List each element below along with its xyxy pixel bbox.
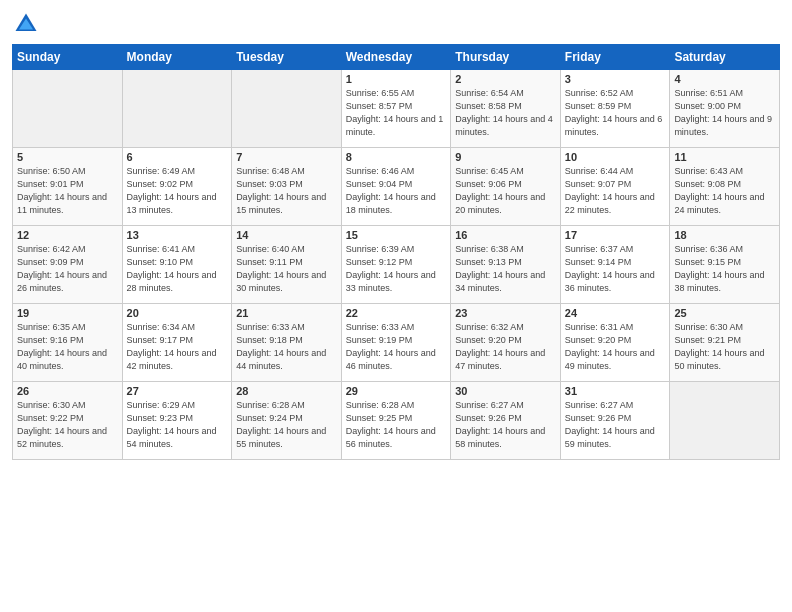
header [12,10,780,38]
day-number: 18 [674,229,775,241]
day-cell: 17Sunrise: 6:37 AMSunset: 9:14 PMDayligh… [560,226,670,304]
day-info: Sunrise: 6:48 AMSunset: 9:03 PMDaylight:… [236,165,337,217]
day-number: 7 [236,151,337,163]
day-cell: 2Sunrise: 6:54 AMSunset: 8:58 PMDaylight… [451,70,561,148]
day-number: 19 [17,307,118,319]
page: SundayMondayTuesdayWednesdayThursdayFrid… [0,0,792,612]
day-cell: 16Sunrise: 6:38 AMSunset: 9:13 PMDayligh… [451,226,561,304]
calendar-table: SundayMondayTuesdayWednesdayThursdayFrid… [12,44,780,460]
day-info: Sunrise: 6:45 AMSunset: 9:06 PMDaylight:… [455,165,556,217]
day-info: Sunrise: 6:43 AMSunset: 9:08 PMDaylight:… [674,165,775,217]
week-row-1: 5Sunrise: 6:50 AMSunset: 9:01 PMDaylight… [13,148,780,226]
logo [12,10,44,38]
day-cell [232,70,342,148]
day-number: 29 [346,385,447,397]
day-info: Sunrise: 6:55 AMSunset: 8:57 PMDaylight:… [346,87,447,139]
day-cell [122,70,232,148]
day-info: Sunrise: 6:27 AMSunset: 9:26 PMDaylight:… [455,399,556,451]
day-number: 12 [17,229,118,241]
day-info: Sunrise: 6:30 AMSunset: 9:21 PMDaylight:… [674,321,775,373]
day-info: Sunrise: 6:49 AMSunset: 9:02 PMDaylight:… [127,165,228,217]
day-cell: 22Sunrise: 6:33 AMSunset: 9:19 PMDayligh… [341,304,451,382]
day-cell: 27Sunrise: 6:29 AMSunset: 9:23 PMDayligh… [122,382,232,460]
day-info: Sunrise: 6:50 AMSunset: 9:01 PMDaylight:… [17,165,118,217]
day-number: 26 [17,385,118,397]
day-cell: 28Sunrise: 6:28 AMSunset: 9:24 PMDayligh… [232,382,342,460]
day-cell: 12Sunrise: 6:42 AMSunset: 9:09 PMDayligh… [13,226,123,304]
day-info: Sunrise: 6:29 AMSunset: 9:23 PMDaylight:… [127,399,228,451]
day-number: 14 [236,229,337,241]
day-cell [670,382,780,460]
day-number: 31 [565,385,666,397]
day-number: 6 [127,151,228,163]
day-cell: 1Sunrise: 6:55 AMSunset: 8:57 PMDaylight… [341,70,451,148]
day-cell: 7Sunrise: 6:48 AMSunset: 9:03 PMDaylight… [232,148,342,226]
week-row-4: 26Sunrise: 6:30 AMSunset: 9:22 PMDayligh… [13,382,780,460]
day-info: Sunrise: 6:51 AMSunset: 9:00 PMDaylight:… [674,87,775,139]
day-number: 15 [346,229,447,241]
header-cell-thursday: Thursday [451,45,561,70]
day-number: 28 [236,385,337,397]
day-cell: 13Sunrise: 6:41 AMSunset: 9:10 PMDayligh… [122,226,232,304]
day-number: 24 [565,307,666,319]
day-cell: 11Sunrise: 6:43 AMSunset: 9:08 PMDayligh… [670,148,780,226]
day-cell: 31Sunrise: 6:27 AMSunset: 9:26 PMDayligh… [560,382,670,460]
day-cell: 4Sunrise: 6:51 AMSunset: 9:00 PMDaylight… [670,70,780,148]
day-info: Sunrise: 6:44 AMSunset: 9:07 PMDaylight:… [565,165,666,217]
week-row-3: 19Sunrise: 6:35 AMSunset: 9:16 PMDayligh… [13,304,780,382]
day-number: 30 [455,385,556,397]
day-info: Sunrise: 6:37 AMSunset: 9:14 PMDaylight:… [565,243,666,295]
day-cell: 25Sunrise: 6:30 AMSunset: 9:21 PMDayligh… [670,304,780,382]
week-row-2: 12Sunrise: 6:42 AMSunset: 9:09 PMDayligh… [13,226,780,304]
day-number: 25 [674,307,775,319]
day-number: 20 [127,307,228,319]
header-cell-wednesday: Wednesday [341,45,451,70]
logo-icon [12,10,40,38]
day-cell: 9Sunrise: 6:45 AMSunset: 9:06 PMDaylight… [451,148,561,226]
day-number: 23 [455,307,556,319]
day-number: 13 [127,229,228,241]
header-cell-saturday: Saturday [670,45,780,70]
day-cell: 18Sunrise: 6:36 AMSunset: 9:15 PMDayligh… [670,226,780,304]
day-number: 8 [346,151,447,163]
day-info: Sunrise: 6:27 AMSunset: 9:26 PMDaylight:… [565,399,666,451]
day-info: Sunrise: 6:33 AMSunset: 9:19 PMDaylight:… [346,321,447,373]
day-number: 1 [346,73,447,85]
day-info: Sunrise: 6:31 AMSunset: 9:20 PMDaylight:… [565,321,666,373]
day-number: 11 [674,151,775,163]
day-cell: 29Sunrise: 6:28 AMSunset: 9:25 PMDayligh… [341,382,451,460]
day-info: Sunrise: 6:41 AMSunset: 9:10 PMDaylight:… [127,243,228,295]
header-cell-sunday: Sunday [13,45,123,70]
day-number: 27 [127,385,228,397]
day-cell: 8Sunrise: 6:46 AMSunset: 9:04 PMDaylight… [341,148,451,226]
day-number: 9 [455,151,556,163]
day-info: Sunrise: 6:35 AMSunset: 9:16 PMDaylight:… [17,321,118,373]
header-row: SundayMondayTuesdayWednesdayThursdayFrid… [13,45,780,70]
day-info: Sunrise: 6:28 AMSunset: 9:24 PMDaylight:… [236,399,337,451]
day-number: 4 [674,73,775,85]
day-number: 2 [455,73,556,85]
header-cell-tuesday: Tuesday [232,45,342,70]
day-info: Sunrise: 6:52 AMSunset: 8:59 PMDaylight:… [565,87,666,139]
day-number: 16 [455,229,556,241]
day-number: 3 [565,73,666,85]
day-number: 17 [565,229,666,241]
header-cell-monday: Monday [122,45,232,70]
day-info: Sunrise: 6:28 AMSunset: 9:25 PMDaylight:… [346,399,447,451]
day-cell: 5Sunrise: 6:50 AMSunset: 9:01 PMDaylight… [13,148,123,226]
day-info: Sunrise: 6:34 AMSunset: 9:17 PMDaylight:… [127,321,228,373]
day-cell: 24Sunrise: 6:31 AMSunset: 9:20 PMDayligh… [560,304,670,382]
day-info: Sunrise: 6:32 AMSunset: 9:20 PMDaylight:… [455,321,556,373]
day-cell [13,70,123,148]
day-cell: 15Sunrise: 6:39 AMSunset: 9:12 PMDayligh… [341,226,451,304]
header-cell-friday: Friday [560,45,670,70]
day-info: Sunrise: 6:38 AMSunset: 9:13 PMDaylight:… [455,243,556,295]
day-cell: 21Sunrise: 6:33 AMSunset: 9:18 PMDayligh… [232,304,342,382]
day-cell: 6Sunrise: 6:49 AMSunset: 9:02 PMDaylight… [122,148,232,226]
day-info: Sunrise: 6:54 AMSunset: 8:58 PMDaylight:… [455,87,556,139]
day-info: Sunrise: 6:40 AMSunset: 9:11 PMDaylight:… [236,243,337,295]
day-cell: 30Sunrise: 6:27 AMSunset: 9:26 PMDayligh… [451,382,561,460]
day-info: Sunrise: 6:42 AMSunset: 9:09 PMDaylight:… [17,243,118,295]
day-cell: 3Sunrise: 6:52 AMSunset: 8:59 PMDaylight… [560,70,670,148]
day-cell: 10Sunrise: 6:44 AMSunset: 9:07 PMDayligh… [560,148,670,226]
